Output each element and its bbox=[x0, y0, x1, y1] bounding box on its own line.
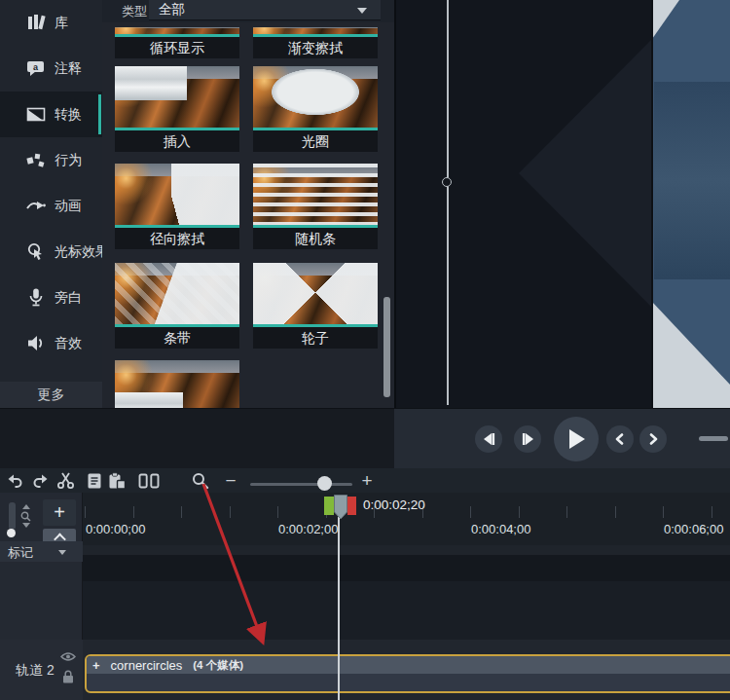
playhead-in-handle[interactable] bbox=[324, 497, 334, 515]
canvas-guide-line[interactable] bbox=[447, 0, 449, 405]
transitions-panel: 类型 全部 循环显示 渐变擦拭 插入 光圈 bbox=[102, 0, 394, 408]
transition-thumbnail bbox=[115, 263, 239, 324]
split-icon bbox=[138, 473, 160, 489]
track2-group-clip[interactable]: + cornercircles (4 个媒体) bbox=[85, 654, 730, 693]
preview-canvas bbox=[394, 0, 730, 408]
playhead-timecode: 0:00:02;20 bbox=[363, 497, 425, 512]
playhead-head[interactable] bbox=[334, 495, 347, 520]
sidebar-item-behaviors[interactable]: 行为 bbox=[0, 137, 102, 183]
transition-card-random-bars[interactable]: 随机条 bbox=[253, 164, 378, 249]
transition-card-wheel[interactable]: 轮子 bbox=[253, 263, 378, 349]
sidebar-item-cursor-effects[interactable]: 光标效果 bbox=[0, 229, 102, 275]
track-height-slider[interactable] bbox=[9, 502, 16, 530]
group-clip-header: + cornercircles (4 个媒体) bbox=[87, 656, 730, 674]
ruler-label: 0:00:04;00 bbox=[471, 522, 530, 536]
sidebar-item-library[interactable]: 库 bbox=[0, 0, 102, 46]
transition-card-fade-wipe[interactable]: 渐变擦拭 bbox=[253, 27, 378, 58]
add-track-button[interactable]: + bbox=[43, 499, 76, 526]
sidebar-item-label: 光标效果 bbox=[55, 243, 109, 261]
zoom-tool-button[interactable] bbox=[189, 468, 212, 493]
step-forward-button[interactable] bbox=[514, 425, 541, 453]
marker-dropdown[interactable]: 标记 bbox=[0, 541, 83, 562]
annotation-icon: a bbox=[26, 59, 46, 78]
sidebar-item-narration[interactable]: 旁白 bbox=[0, 275, 102, 320]
playhead-out-handle[interactable] bbox=[347, 497, 356, 515]
timeline-empty-track bbox=[83, 581, 730, 640]
redo-button[interactable] bbox=[30, 468, 50, 493]
sidebar-item-audio-effects[interactable]: 音效 bbox=[0, 320, 102, 366]
zoom-in-button[interactable]: + bbox=[358, 468, 376, 493]
sidebar-item-label: 库 bbox=[55, 15, 68, 32]
step-forward-icon bbox=[521, 432, 535, 446]
transition-thumbnail bbox=[115, 360, 239, 408]
transition-card-radial-wipe[interactable]: 径向擦拭 bbox=[115, 164, 239, 249]
transition-label: 循环显示 bbox=[115, 37, 239, 58]
cursor-effects-icon bbox=[26, 242, 46, 261]
copy-icon bbox=[87, 472, 103, 490]
copy-button[interactable] bbox=[84, 468, 105, 493]
next-button[interactable] bbox=[639, 425, 667, 453]
transition-thumbnail bbox=[115, 164, 239, 225]
paste-icon bbox=[108, 472, 127, 490]
paste-button[interactable] bbox=[105, 468, 128, 493]
transition-thumbnail bbox=[253, 27, 378, 34]
zoom-in-tiny-icon[interactable] bbox=[22, 504, 30, 509]
step-back-button[interactable] bbox=[475, 425, 502, 453]
transitions-icon bbox=[26, 105, 46, 124]
sidebar-more-button[interactable]: 更多 bbox=[0, 382, 102, 408]
lock-icon[interactable] bbox=[62, 670, 74, 683]
transition-label: 渐变擦拭 bbox=[253, 37, 378, 58]
cut-button[interactable] bbox=[55, 468, 76, 493]
sidebar-item-label: 旁白 bbox=[55, 289, 82, 307]
playback-bar bbox=[0, 408, 730, 468]
play-button[interactable] bbox=[554, 417, 599, 461]
step-back-icon bbox=[482, 432, 496, 446]
zoom-out-tiny-icon[interactable] bbox=[22, 523, 30, 528]
transition-card-iris[interactable]: 光圈 bbox=[253, 66, 378, 152]
transition-card-insert[interactable]: 插入 bbox=[115, 66, 239, 152]
marker-label: 标记 bbox=[8, 544, 33, 562]
type-filter-dropdown[interactable]: 全部 bbox=[149, 0, 381, 20]
type-filter-label: 类型 bbox=[122, 3, 147, 20]
sidebar-item-label: 注释 bbox=[55, 60, 82, 78]
animations-icon bbox=[26, 197, 46, 215]
sidebar-item-label: 转换 bbox=[55, 106, 82, 124]
redo-icon bbox=[32, 473, 49, 489]
eye-icon[interactable] bbox=[60, 651, 76, 662]
zoom-slider-knob[interactable] bbox=[317, 476, 332, 491]
sidebar-item-label: 行为 bbox=[55, 152, 82, 169]
transition-thumbnail bbox=[253, 66, 378, 128]
audio-effects-icon bbox=[26, 334, 46, 352]
split-button[interactable] bbox=[136, 468, 162, 493]
timeline-band bbox=[83, 545, 730, 555]
guide-handle[interactable] bbox=[442, 177, 452, 187]
sidebar: 库 a 注释 转换 行为 bbox=[0, 0, 102, 408]
sidebar-item-animations[interactable]: 动画 bbox=[0, 183, 102, 229]
timeline-toolbar: − + bbox=[0, 468, 730, 493]
type-filter-value: 全部 bbox=[159, 1, 185, 18]
undo-button[interactable] bbox=[5, 468, 24, 493]
camtasia-window: 库 a 注释 转换 行为 bbox=[0, 0, 730, 700]
volume-slider[interactable] bbox=[699, 436, 728, 441]
transition-thumbnail bbox=[115, 27, 239, 34]
ruler-label: 0:00:06;00 bbox=[664, 522, 723, 536]
group-clip-title: cornercircles bbox=[111, 658, 183, 673]
transition-card-cycle[interactable]: 循环显示 bbox=[115, 27, 239, 58]
group-expand-button[interactable]: + bbox=[92, 658, 100, 673]
panel-scrollbar[interactable] bbox=[383, 297, 390, 397]
mini-magnifier-icon bbox=[20, 511, 31, 522]
zoom-out-button[interactable]: − bbox=[222, 468, 239, 493]
zoom-slider-track[interactable] bbox=[250, 483, 352, 486]
library-icon bbox=[26, 14, 46, 32]
chevron-down-icon bbox=[58, 550, 66, 555]
transition-card-strips[interactable]: 条带 bbox=[115, 263, 239, 349]
previous-button[interactable] bbox=[606, 425, 634, 453]
undo-icon bbox=[7, 473, 23, 489]
canvas-shape bbox=[519, 39, 652, 308]
narration-icon bbox=[26, 288, 46, 307]
transition-card-partial[interactable] bbox=[115, 360, 239, 408]
sidebar-item-transitions[interactable]: 转换 bbox=[0, 92, 102, 137]
sidebar-item-annotations[interactable]: a 注释 bbox=[0, 46, 102, 92]
group-clip-media-count: (4 个媒体) bbox=[193, 658, 243, 673]
track-height-slider-thumb[interactable] bbox=[7, 529, 16, 537]
